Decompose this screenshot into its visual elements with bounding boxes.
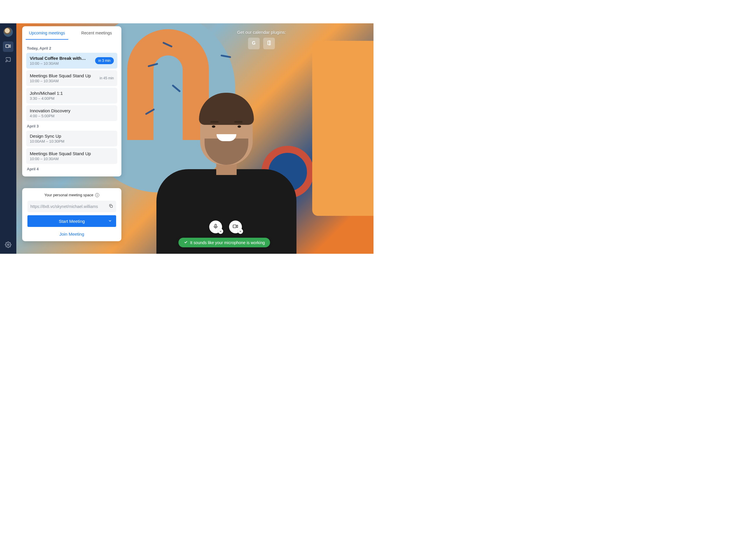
meeting-time: 10:00 – 10:30AM bbox=[30, 79, 91, 83]
bottom-margin bbox=[0, 254, 374, 280]
tab-upcoming[interactable]: Upcoming meetings bbox=[22, 26, 72, 40]
mic-status-toast: It sounds like your microphone is workin… bbox=[178, 238, 270, 247]
preview-hair bbox=[199, 93, 254, 125]
date-label-april4: April 4 bbox=[27, 167, 117, 171]
meeting-time: 10:00 – 10:30AM bbox=[30, 157, 91, 161]
meeting-item[interactable]: Innovation Discovery 4:00 – 5:00PM bbox=[26, 105, 117, 121]
copy-icon[interactable] bbox=[108, 204, 113, 209]
personal-space-card: Your personal meeting space i https://8x… bbox=[22, 188, 121, 241]
camera-control bbox=[229, 220, 242, 233]
personal-url-row: https://8x8.vc/skynet/michael.williams bbox=[27, 201, 116, 212]
svg-point-2 bbox=[7, 244, 9, 246]
svg-rect-5 bbox=[215, 224, 216, 227]
tabs: Upcoming meetings Recent meetings bbox=[22, 26, 121, 40]
preview-controls bbox=[209, 220, 242, 233]
office-plugin-button[interactable] bbox=[263, 37, 275, 49]
main-area: Upcoming meetings Recent meetings Today,… bbox=[16, 23, 374, 254]
camera-options-button[interactable] bbox=[238, 229, 243, 234]
meeting-time: 4:00 – 5:00PM bbox=[30, 114, 70, 118]
office-icon bbox=[266, 40, 272, 47]
svg-point-1 bbox=[6, 61, 6, 62]
microphone-icon bbox=[213, 223, 218, 231]
meeting-item[interactable]: Meetings Blue Squad Stand Up 10:00 – 10:… bbox=[26, 148, 117, 164]
video-nav-button[interactable] bbox=[3, 42, 14, 52]
date-label-today: Today, April 2 bbox=[27, 46, 117, 50]
meeting-time: 3:30 – 4:00PM bbox=[30, 96, 63, 101]
google-icon: G bbox=[251, 40, 257, 47]
meeting-time: 10:00 – 10:30AM bbox=[30, 61, 87, 65]
settings-button[interactable] bbox=[5, 241, 11, 249]
check-icon bbox=[183, 240, 188, 245]
svg-rect-3 bbox=[110, 205, 112, 207]
chevron-down-icon bbox=[239, 229, 242, 234]
svg-text:G: G bbox=[252, 41, 256, 46]
start-meeting-label: Start Meeting bbox=[59, 219, 85, 224]
personal-url: https://8x8.vc/skynet/michael.williams bbox=[30, 204, 108, 209]
svg-rect-6 bbox=[233, 225, 236, 228]
info-icon[interactable]: i bbox=[95, 193, 99, 197]
mic-control bbox=[209, 220, 222, 233]
personal-space-title-text: Your personal meeting space bbox=[44, 193, 93, 197]
top-margin bbox=[0, 0, 374, 23]
meeting-item[interactable]: Design Sync Up 10:00AM – 10:30PM bbox=[26, 131, 117, 146]
meeting-item[interactable]: John/Michael 1:1 3:30 – 4:00PM bbox=[26, 88, 117, 104]
video-icon bbox=[5, 43, 11, 50]
meeting-title: John/Michael 1:1 bbox=[30, 91, 63, 96]
start-meeting-button[interactable]: Start Meeting bbox=[27, 215, 116, 227]
join-meeting-link[interactable]: Join Meeting bbox=[27, 232, 116, 237]
meeting-title: Innovation Discovery bbox=[30, 108, 70, 113]
plugins-promo: Get our calendar plugins: G bbox=[237, 30, 286, 49]
countdown-badge: in 3 min bbox=[95, 57, 114, 64]
camera-icon bbox=[233, 223, 238, 231]
meetings-list: Today, April 2 Virtual Coffee Break with… bbox=[22, 40, 121, 177]
preview-brow bbox=[210, 121, 242, 123]
meeting-item[interactable]: Virtual Coffee Break with t... 10:00 – 1… bbox=[26, 53, 117, 69]
meeting-title: Design Sync Up bbox=[30, 134, 65, 138]
google-plugin-button[interactable]: G bbox=[248, 37, 260, 49]
svg-rect-0 bbox=[6, 45, 9, 48]
tab-recent[interactable]: Recent meetings bbox=[72, 26, 121, 40]
toast-text: It sounds like your microphone is workin… bbox=[190, 240, 265, 245]
countdown-text: in 45 min bbox=[100, 76, 114, 80]
meeting-item[interactable]: Meetings Blue Squad Stand Up 10:00 – 10:… bbox=[26, 70, 117, 86]
date-label-april3: April 3 bbox=[27, 124, 117, 128]
plugin-icons: G bbox=[237, 37, 286, 49]
chevron-down-icon[interactable] bbox=[108, 219, 112, 224]
app-shell: Upcoming meetings Recent meetings Today,… bbox=[0, 23, 374, 254]
meeting-title: Meetings Blue Squad Stand Up bbox=[30, 151, 91, 156]
user-avatar[interactable] bbox=[3, 27, 13, 37]
mic-options-button[interactable] bbox=[218, 229, 223, 234]
preview-eyes bbox=[212, 126, 241, 128]
meeting-time: 10:00AM – 10:30PM bbox=[30, 139, 65, 143]
mural-shape bbox=[312, 41, 374, 216]
cast-nav-button[interactable] bbox=[3, 55, 14, 65]
chevron-down-icon bbox=[219, 229, 222, 234]
personal-space-title: Your personal meeting space i bbox=[27, 193, 116, 197]
gear-icon bbox=[5, 244, 11, 249]
plugins-title: Get our calendar plugins: bbox=[237, 30, 286, 35]
meetings-panel: Upcoming meetings Recent meetings Today,… bbox=[22, 26, 121, 177]
meeting-title: Virtual Coffee Break with t... bbox=[30, 56, 87, 61]
sidebar bbox=[0, 23, 16, 254]
meeting-title: Meetings Blue Squad Stand Up bbox=[30, 73, 91, 78]
cast-icon bbox=[5, 57, 11, 63]
